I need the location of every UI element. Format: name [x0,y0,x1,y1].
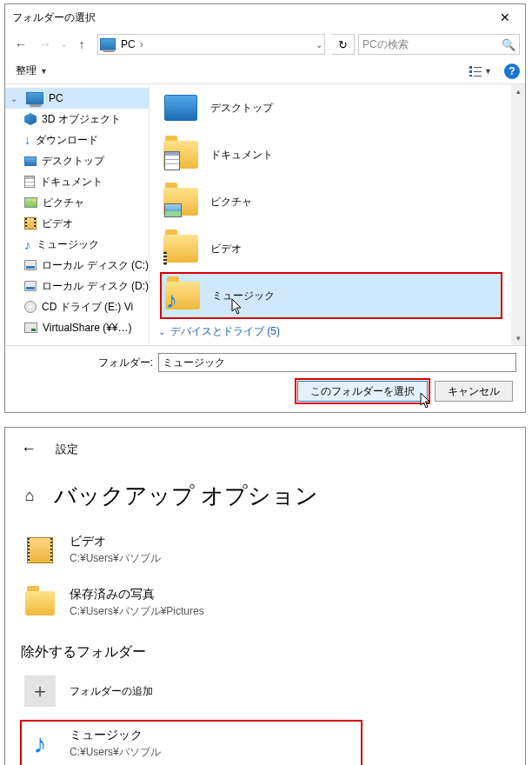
search-box[interactable]: PCの検索 🔍 [358,34,520,55]
button-label: このフォルダーを選択 [310,384,415,399]
refresh-button[interactable]: ↻ [332,34,355,55]
tree-item-pictures[interactable]: ピクチャ [5,192,149,213]
excluded-folder-music[interactable]: ♪ ミュージック C:¥Users¥パソブル [21,721,362,765]
desktop-icon [24,156,37,166]
nav-forward-button: → [35,34,56,55]
tree-label: デスクトップ [42,154,104,169]
list-item-videos[interactable]: ビデオ [150,225,509,272]
document-icon [24,176,35,188]
item-title: ビデオ [70,534,161,549]
settings-header: ← 設定 [21,440,509,458]
list-view-icon [469,66,482,76]
item-label: デスクトップ [210,101,273,116]
item-path: C:¥Users¥パソブル¥Pictures [70,604,204,619]
list-item-desktop[interactable]: デスクトップ [150,84,509,131]
back-arrow-icon: ← [21,440,37,457]
close-button[interactable]: ✕ [485,4,525,30]
item-path: C:¥Users¥パソブル [70,745,161,760]
settings-window: ← 設定 ⌂ バックアップ オプション ビデオ C:¥Users¥パソブル 保存… [4,427,526,765]
backup-item-saved-pictures[interactable]: 保存済みの写真 C:¥Users¥パソブル¥Pictures [21,582,509,635]
list-item-documents[interactable]: ドキュメント [150,131,509,178]
search-placeholder: PCの検索 [362,37,502,52]
nav-back-button[interactable]: ← [10,34,31,55]
address-bar[interactable]: PC › ⌄ [97,34,325,55]
help-button[interactable]: ? [504,63,520,79]
tree-label: ミュージック [37,237,99,252]
pc-icon [100,38,116,50]
dialog-body: ⌄ PC 3D オブジェクト ↓ダウンロード デスクトップ ドキュメント ピクチ… [5,84,525,345]
pc-icon [26,92,43,104]
download-icon: ↓ [24,133,30,147]
folder-name-input[interactable] [158,353,516,372]
list-item-music[interactable]: ♪ ミュージック [160,272,502,319]
folder-field-label: フォルダー: [14,356,153,370]
desktop-icon [164,95,197,121]
tree-label: VirtualShare (¥¥…) [43,322,132,334]
list-item-pictures[interactable]: ピクチャ [150,178,509,225]
folder-select-dialog: フォルダーの選択 ✕ ← → ⌄ ↑ PC › ⌄ ↻ PCの検索 🔍 整理 ▼… [4,3,526,413]
item-label: ピクチャ [210,195,252,210]
folder-icon [163,235,198,263]
item-label: ビデオ [210,242,242,256]
vertical-scrollbar[interactable]: ▴ ▾ [511,84,525,345]
dialog-title: フォルダーの選択 [12,10,485,25]
disk-icon [24,281,37,291]
exclude-folders-heading: 除外するフォルダー [21,643,509,662]
tree-label: CD ドライブ (E:) Vi [42,300,133,315]
tree-expand-icon[interactable]: ⌄ [10,94,21,103]
home-button[interactable]: ⌂ [21,488,38,505]
dialog-footer: フォルダー: このフォルダーを選択 キャンセル [5,345,525,412]
tree-item-desktop[interactable]: デスクトップ [5,150,149,171]
back-button[interactable]: ← [21,440,37,458]
tree-label: ドキュメント [40,175,103,190]
help-icon: ? [509,65,515,77]
cancel-button[interactable]: キャンセル [435,381,513,402]
pictures-icon [164,203,182,217]
content-pane[interactable]: デスクトップ ドキュメント ピクチャ ビデオ ♪ ミュージック [150,84,525,345]
disk-icon [24,260,37,270]
tree-item-pc[interactable]: ⌄ PC [5,88,149,109]
nav-recent-dropdown[interactable]: ⌄ [59,34,70,55]
chevron-down-icon: ⌄ [158,327,165,336]
breadcrumb-pc[interactable]: PC [119,38,137,50]
backup-item-videos[interactable]: ビデオ C:¥Users¥パソブル [21,529,509,582]
tree-item-music[interactable]: ♪ミュージック [5,234,149,255]
section-devices-and-drives[interactable]: ⌄ デバイスとドライブ (5) [150,319,509,343]
scroll-down-icon[interactable]: ▾ [511,331,525,345]
breadcrumb-separator-icon: › [137,38,146,50]
tree-label: 3D オブジェクト [42,112,121,127]
chevron-down-icon: ▼ [484,67,492,76]
organize-menu-button[interactable]: 整理 ▼ [10,61,53,81]
address-dropdown[interactable]: ⌄ [316,40,323,50]
tree-label: ローカル ディスク (C:) [42,258,149,273]
video-icon [164,252,166,264]
music-icon: ♪ [34,731,47,757]
tree-item-local-disk-c[interactable]: ローカル ディスク (C:) [5,255,149,276]
toolbar: 整理 ▼ ▼ ? [5,58,525,84]
page-header: ⌂ バックアップ オプション [21,481,509,511]
tree-item-local-disk-d[interactable]: ローカル ディスク (D:) [5,276,149,296]
view-mode-button[interactable]: ▼ [466,64,495,78]
tree-item-cd-drive[interactable]: CD ドライブ (E:) Vi [5,296,149,317]
item-path: C:¥Users¥パソブル [70,551,161,566]
plus-icon: ＋ [24,675,56,707]
select-folder-button[interactable]: このフォルダーを選択 [297,381,428,402]
tree-item-videos[interactable]: ビデオ [5,213,149,234]
tree-label: PC [49,92,149,104]
search-icon: 🔍 [502,38,515,51]
button-label: キャンセル [448,384,500,399]
network-share-icon [24,323,37,333]
tree-item-downloads[interactable]: ↓ダウンロード [5,130,149,150]
tree-item-virtualshare[interactable]: VirtualShare (¥¥…) [5,317,149,338]
tree-item-documents[interactable]: ドキュメント [5,171,149,192]
scroll-up-icon[interactable]: ▴ [511,84,525,98]
nav-up-button[interactable]: ↑ [73,36,90,53]
tree-label: ビデオ [42,216,73,231]
nav-bar: ← → ⌄ ↑ PC › ⌄ ↻ PCの検索 🔍 [5,30,525,58]
item-list: デスクトップ ドキュメント ピクチャ ビデオ ♪ ミュージック [150,84,525,343]
music-icon: ♪ [24,237,31,252]
add-folder-button[interactable]: ＋ フォルダーの追加 [21,672,509,721]
item-title: ミュージック [70,728,161,743]
nav-tree[interactable]: ⌄ PC 3D オブジェクト ↓ダウンロード デスクトップ ドキュメント ピクチ… [5,84,150,345]
tree-item-3d[interactable]: 3D オブジェクト [5,109,149,130]
